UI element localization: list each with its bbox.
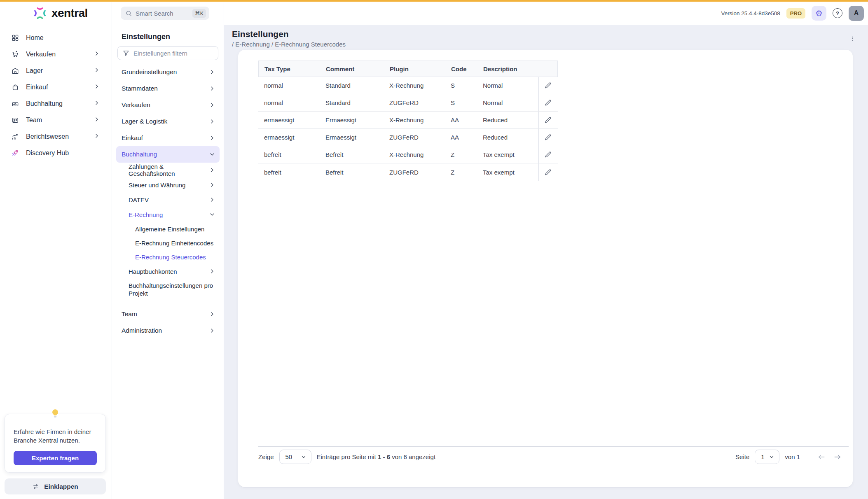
settings-item-e-rechnung-steuercodes[interactable]: E-Rechnung Steuercodes (112, 250, 224, 264)
settings-item-hauptbuchkonten[interactable]: Hauptbuchkonten (112, 264, 224, 279)
sidebar-item-label: Home (26, 34, 100, 42)
content-card: Tax Type Comment Plugin Code Description… (238, 50, 853, 487)
collapse-sidebar-button[interactable]: Einklappen (5, 478, 106, 494)
edit-row-button[interactable] (543, 132, 554, 143)
edit-row-button[interactable] (543, 97, 554, 109)
edit-row-button[interactable] (543, 149, 554, 161)
settings-gear-button[interactable]: ⚙ (812, 6, 826, 21)
settings-item-administration[interactable]: Administration (112, 322, 224, 339)
sidebar-item-team[interactable]: Team (0, 112, 112, 128)
collapse-label: Einklappen (44, 483, 78, 490)
pencil-icon (544, 82, 552, 89)
sidebar-item-buchhaltung[interactable]: Buchhaltung (0, 96, 112, 112)
xentral-logo[interactable]: xentral (0, 6, 88, 20)
question-mark-icon: ? (836, 10, 839, 16)
column-header-comment: Comment (320, 61, 384, 77)
pencil-icon (544, 99, 552, 107)
settings-item-label: E-Rechnung (129, 211, 163, 218)
cell-comment: Ermaessigt (320, 129, 384, 146)
avatar-letter: A (854, 9, 859, 17)
settings-item-label: Allgemeine Einstellungen (135, 226, 204, 233)
settings-item-zahlungen-geschaeftskonten[interactable]: Zahlungen & Geschäftskonten (112, 163, 224, 177)
sidebar-item-einkauf[interactable]: Einkauf (0, 79, 112, 96)
sidebar-item-berichtswesen[interactable]: Berichtswesen (0, 128, 112, 145)
settings-nav-list: Grundeinstellungen Stammdaten Verkaufen … (112, 64, 224, 339)
settings-item-e-rechnung[interactable]: E-Rechnung (112, 207, 224, 222)
next-page-button[interactable] (832, 452, 843, 462)
settings-item-buchhaltungseinstellungen-pro-projekt[interactable]: Buchhaltungseinstellungen pro Projekt (112, 279, 224, 300)
settings-item-allgemeine-einstellungen[interactable]: Allgemeine Einstellungen (112, 222, 224, 236)
settings-filter[interactable] (117, 46, 218, 60)
column-header-tax-type: Tax Type (259, 61, 320, 77)
cell-plugin: X-Rechnung (384, 77, 445, 94)
search-input[interactable] (136, 10, 189, 17)
settings-item-team[interactable]: Team (112, 306, 224, 322)
home-grid-icon (11, 34, 19, 42)
chevron-right-icon (94, 100, 100, 108)
cell-code: S (445, 77, 477, 94)
sidebar-item-discovery-hub[interactable]: Discovery Hub (0, 145, 112, 161)
settings-item-e-rechnung-einheitencodes[interactable]: E-Rechnung Einheitencodes (112, 236, 224, 250)
table-row: befreit Befreit ZUGFeRD Z Tax exempt (258, 163, 558, 181)
previous-page-button[interactable] (816, 452, 827, 462)
sidebar-item-label: Lager (26, 67, 87, 75)
sidebar-nav: Home Verkaufen Lager Einkauf Buchhaltung (0, 25, 112, 161)
chevron-right-icon (209, 182, 215, 188)
help-button[interactable]: ? (833, 8, 842, 18)
settings-filter-input[interactable] (133, 50, 214, 57)
sidebar-item-verkaufen[interactable]: Verkaufen (0, 46, 112, 63)
report-chart-icon (11, 133, 19, 141)
chevron-right-icon (209, 167, 215, 173)
search-shortcut-badge: ⌘K (192, 9, 206, 18)
settings-item-stammdaten[interactable]: Stammdaten (112, 80, 224, 97)
cell-comment: Standard (320, 77, 384, 94)
settings-item-label: Buchhaltung (122, 151, 157, 158)
entries-info: Einträge pro Seite mit 1 - 6 von 6 angez… (317, 453, 436, 460)
purchase-bag-icon (11, 83, 19, 91)
settings-item-steuer-waehrung[interactable]: Steuer und Währung (112, 177, 224, 192)
sidebar-item-label: Berichtswesen (26, 133, 87, 140)
settings-item-einkauf[interactable]: Einkauf (112, 130, 224, 146)
sidebar-item-lager[interactable]: Lager (0, 63, 112, 79)
settings-item-label: Team (122, 310, 137, 318)
sidebar-item-home[interactable]: Home (0, 30, 112, 46)
sidebar-item-label: Team (26, 117, 87, 124)
column-header-actions (539, 61, 558, 77)
chevron-right-icon (209, 135, 215, 141)
pro-badge: PRO (786, 8, 805, 19)
settings-item-verkaufen[interactable]: Verkaufen (112, 97, 224, 113)
chevron-right-icon (209, 268, 215, 275)
edit-row-button[interactable] (543, 80, 554, 91)
settings-item-datev[interactable]: DATEV (112, 192, 224, 207)
chevron-right-icon (209, 311, 215, 317)
edit-row-button[interactable] (543, 166, 554, 178)
page-size-select[interactable]: 50 (279, 450, 311, 464)
settings-item-label: Stammdaten (122, 85, 158, 92)
chevron-right-icon (209, 85, 215, 92)
brand-wordmark: xentral (51, 7, 88, 20)
main-column: Version 25.4.4-8d3e508 PRO ⚙ ? A Einstel… (224, 2, 868, 499)
kebab-menu-icon (850, 34, 856, 43)
edit-row-button[interactable] (543, 114, 554, 126)
settings-item-label: Hauptbuchkonten (129, 268, 177, 275)
cell-tax-type: ermaessigt (258, 112, 320, 128)
page-select[interactable]: 1 (755, 450, 779, 464)
ask-experts-button[interactable]: Experten fragen (14, 451, 97, 465)
user-avatar[interactable]: A (849, 6, 864, 21)
sidebar-item-label: Discovery Hub (26, 149, 100, 157)
settings-item-lager-logistik[interactable]: Lager & Logistik (112, 113, 224, 130)
chevron-right-icon (94, 116, 100, 124)
cell-plugin: X-Rechnung (384, 112, 445, 128)
settings-item-label: Administration (122, 327, 162, 334)
settings-item-grundeinstellungen[interactable]: Grundeinstellungen (112, 64, 224, 80)
settings-item-buchhaltung[interactable]: Buchhaltung (116, 146, 220, 163)
swap-arrows-icon (32, 483, 40, 490)
table-row: normal Standard X-Rechnung S Normal (258, 77, 558, 94)
page-header: Einstellungen / E-Rechnung / E-Rechnung … (224, 25, 868, 48)
cell-code: AA (445, 129, 477, 146)
cell-description: Tax exempt (477, 163, 538, 181)
id-badge-icon (11, 116, 19, 124)
page-actions-menu-button[interactable] (847, 33, 858, 44)
pencil-icon (544, 116, 552, 124)
smart-search[interactable]: ⌘K (121, 7, 209, 20)
